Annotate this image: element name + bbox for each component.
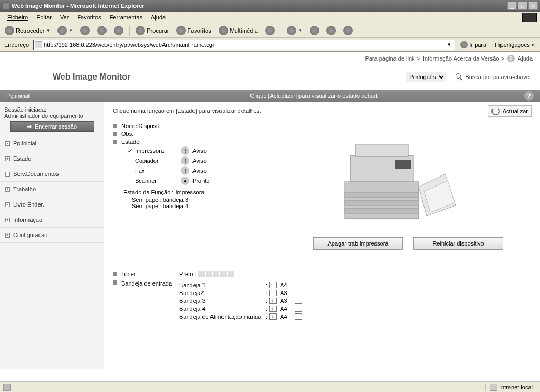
menu-bar: Ficheiro Editar Ver Favoritos Ferramenta… [0,12,540,23]
back-label: Retroceder [16,27,44,34]
sidebar-item-status[interactable]: +Estado [0,151,104,166]
main-area: Sessão iniciada: Administrador do equipa… [0,102,540,369]
discuss-icon [343,26,353,35]
refresh-nav-button[interactable] [94,24,109,37]
forward-button[interactable]: ▼ [55,24,75,37]
func-row-copier[interactable]: Copiador:!Aviso [128,156,303,165]
context-help-icon[interactable]: ? [524,91,534,101]
func-row-printer[interactable]: ✔Impressora:!Aviso [128,146,303,155]
state-label: Estado [121,139,179,145]
media-button[interactable]: Multimédia [216,24,261,37]
device-image [303,121,482,232]
version-info-link[interactable]: Informação Acerca da Versão > [423,55,504,62]
window-titlebar: Web Image Monitor - Microsoft Internet E… [0,0,540,12]
keyword-search[interactable]: Busca por palavra-chave [456,73,529,81]
breadcrumb: Pg.inicial [6,93,104,99]
toner-label: Toner [121,271,179,277]
func-row-scanner[interactable]: Scanner:●Pronto [128,177,303,185]
security-zone: Intranet local [499,384,533,390]
logout-button[interactable]: ➜ Encerrar sessão [10,121,94,132]
help-icon: ? [507,55,515,62]
sidebar-item-home[interactable]: ·Pg.inicial [0,136,104,151]
main-panel: Actualizar Clique numa função em [Estado… [104,102,540,369]
home-icon [114,26,123,35]
func-state-label: Estado da Função [123,189,170,195]
menu-edit[interactable]: Editar [32,13,56,22]
discuss-button[interactable] [341,24,355,37]
favorites-button[interactable]: Favoritos [173,24,214,37]
toolbar-separator [129,25,130,36]
sidebar: Sessão iniciada: Administrador do equipa… [0,102,104,369]
printer-illustration-icon [313,124,471,229]
address-bar: Endereço ▾ Ir para Hiperligações » [0,38,540,52]
help-link[interactable]: Ajuda [518,55,533,62]
device-name-label: Nome Disposit. [121,123,179,129]
minimize-button[interactable]: _ [507,2,517,10]
address-dropdown-icon[interactable]: ▾ [445,41,454,48]
close-button[interactable]: ✕ [528,2,538,10]
links-button[interactable]: Hiperligações » [491,42,538,48]
page-title: Web Image Monitor [53,72,406,82]
search-button[interactable]: Procurar [133,24,171,37]
forward-icon [57,26,67,35]
orientation-icon [295,313,302,320]
menu-tools[interactable]: Ferramentas [105,13,147,22]
wim-header: Web Image Monitor Português Busca por pa… [0,65,540,90]
tray-empty-icon [269,313,277,320]
address-input[interactable] [44,42,445,48]
toolbar: Retroceder ▼ ▼ Procurar Favoritos Multim… [0,23,540,38]
func-state-value: Impressora [175,189,204,195]
refresh-button[interactable]: Actualizar [488,105,532,117]
mail-icon [287,26,296,35]
top-links: Para página de link > Informação Acerca … [0,52,540,65]
edit-icon [326,26,336,35]
back-button[interactable]: Retroceder ▼ [2,24,53,37]
print-button[interactable] [307,24,322,37]
ie-throbber-icon [522,13,537,22]
ie-app-icon [2,2,9,9]
restart-device-button[interactable]: Reiniciar dispositivo [413,237,503,250]
warning-icon: ! [181,166,189,175]
menu-help[interactable]: Ajuda [147,13,170,22]
clear-printer-jobs-button[interactable]: Apagar trab impressora [313,237,403,250]
stop-button[interactable] [78,24,92,37]
status-page-icon [3,384,11,391]
edit-button[interactable] [324,24,339,37]
orientation-icon [295,290,302,296]
address-field-wrap[interactable]: ▾ [33,40,455,50]
logout-arrow-icon: ➜ [27,123,32,130]
home-button[interactable] [111,24,126,37]
history-button[interactable] [263,24,277,37]
svg-rect-6 [395,160,411,169]
menu-view[interactable]: Ver [56,13,73,22]
page-content: Para página de link > Informação Acerca … [0,52,540,381]
link-page-link[interactable]: Para página de link > [365,55,420,62]
subheader-bar: Pg.inicial Clique [Actualizar] para visu… [0,90,540,102]
warning-icon: ! [181,156,189,165]
sidebar-item-config[interactable]: +Configuração [0,228,104,243]
back-icon [5,26,14,35]
mail-button[interactable]: ▼ [284,24,305,37]
func-row-fax[interactable]: Fax:!Aviso [128,166,303,175]
maximize-button[interactable]: □ [518,2,527,10]
address-label: Endereço [2,42,31,48]
go-button[interactable]: Ir para [457,40,489,50]
orientation-icon [295,298,302,304]
device-info: Nome Disposit.: Obs.: Estado ✔Impressora… [113,121,303,232]
warning-icon: ! [181,146,189,155]
language-select[interactable]: Português [406,72,446,82]
sidebar-item-addressbook[interactable]: ·Livro Ender. [0,197,104,212]
sidebar-item-info[interactable]: +Informação [0,212,104,228]
input-tray-label: Bandeja de entrada [121,280,179,287]
magnifier-icon [456,73,463,81]
media-icon [219,26,228,35]
menu-favorites[interactable]: Favoritos [73,13,105,22]
sidebar-item-docserver[interactable]: ·Serv.Documentos [0,166,104,182]
sidebar-item-job[interactable]: +Trabalho [0,182,104,197]
orientation-icon [295,306,302,312]
menu-file[interactable]: Ficheiro [3,13,32,22]
back-dropdown-icon: ▼ [46,28,50,33]
subheader-message: Clique [Actualizar] para visualizar o es… [104,93,524,99]
tray-icon [269,290,277,296]
search-label: Busca por palavra-chave [465,74,529,80]
